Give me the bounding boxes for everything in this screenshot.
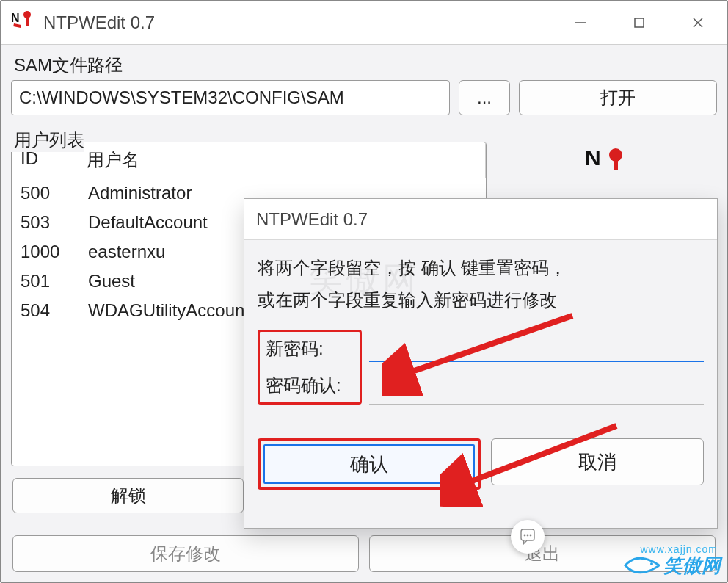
- svg-point-14: [524, 535, 526, 537]
- dialog-title: NTPWEdit 0.7: [244, 199, 717, 240]
- new-password-input[interactable]: [369, 333, 704, 362]
- dialog-body: 将两个字段留空，按 确认 键重置密码， 或在两个字段重复输入新密码进行修改 新密…: [244, 240, 717, 501]
- svg-text:N: N: [11, 12, 20, 24]
- dialog-buttons: 确认 取消: [258, 438, 704, 490]
- userlist-title: 用户列表: [11, 128, 84, 152]
- svg-point-15: [527, 535, 529, 537]
- cell-id: 501: [12, 267, 79, 296]
- watermark-url: www.xajjn.com: [640, 543, 718, 555]
- dialog-instruction: 将两个字段留空，按 确认 键重置密码， 或在两个字段重复输入新密码进行修改: [258, 252, 704, 316]
- unlock-button-label: 解锁: [111, 484, 146, 507]
- unlock-button[interactable]: 解锁: [12, 478, 244, 513]
- ok-button-label: 确认: [350, 452, 388, 477]
- password-inputs: [369, 330, 704, 405]
- window-title: NTPWEdit 0.7: [43, 12, 551, 33]
- new-password-label: 新密码:: [266, 337, 354, 361]
- confirm-password-label: 密码确认:: [266, 374, 354, 397]
- password-labels-highlight: 新密码: 密码确认:: [258, 330, 362, 405]
- dialog-instruction-line2: 或在两个字段重复输入新密码进行修改: [258, 290, 557, 310]
- col-user-header[interactable]: 用户名: [79, 142, 486, 178]
- cell-id: 1000: [12, 237, 79, 267]
- svg-rect-2: [26, 16, 29, 26]
- app-icon: N: [8, 9, 37, 37]
- browse-button[interactable]: ...: [459, 80, 510, 115]
- sam-path-input[interactable]: C:\WINDOWS\SYSTEM32\CONFIG\SAM: [11, 80, 450, 115]
- cell-id: 500: [12, 178, 79, 208]
- sam-row: C:\WINDOWS\SYSTEM32\CONFIG\SAM ... 打开: [11, 80, 717, 115]
- chat-overlay-icon: [511, 520, 545, 554]
- open-button-label: 打开: [600, 86, 636, 109]
- titlebar: N NTPWEdit 0.7: [1, 1, 727, 45]
- maximize-button[interactable]: [610, 1, 669, 44]
- cancel-button-label: 取消: [578, 449, 616, 475]
- close-button[interactable]: [669, 1, 727, 44]
- cancel-button[interactable]: 取消: [491, 438, 704, 485]
- password-fields: 新密码: 密码确认:: [258, 330, 704, 405]
- sam-path-value: C:\WINDOWS\SYSTEM32\CONFIG\SAM: [19, 87, 344, 108]
- ok-button-highlight: 确认: [258, 438, 481, 490]
- save-button-label: 保存修改: [150, 542, 221, 565]
- browse-button-label: ...: [477, 87, 492, 108]
- svg-point-16: [530, 535, 532, 537]
- svg-rect-5: [635, 18, 644, 27]
- svg-text:N: N: [585, 145, 601, 170]
- sam-path-label: SAM文件路径: [11, 54, 717, 77]
- password-dialog: NTPWEdit 0.7 将两个字段留空，按 确认 键重置密码， 或在两个字段重…: [244, 198, 718, 529]
- window-controls: [551, 1, 727, 44]
- cell-id: 504: [12, 296, 79, 325]
- open-button[interactable]: 打开: [519, 80, 717, 115]
- dialog-instruction-line1: 将两个字段留空，按 确认 键重置密码，: [258, 258, 567, 278]
- side-logo-icon: N: [585, 145, 629, 181]
- confirm-password-input[interactable]: [369, 375, 704, 405]
- ok-button[interactable]: 确认: [263, 444, 475, 484]
- svg-rect-10: [614, 158, 618, 170]
- bottom-row: 保存修改 退出: [11, 532, 717, 579]
- save-button[interactable]: 保存修改: [12, 535, 359, 572]
- minimize-button[interactable]: [551, 1, 610, 44]
- cell-id: 503: [12, 208, 79, 237]
